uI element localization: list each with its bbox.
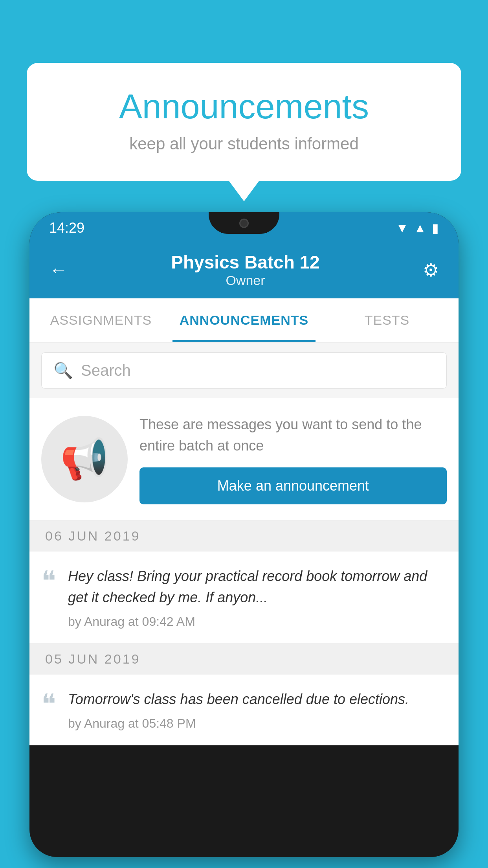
tab-assignments[interactable]: ASSIGNMENTS <box>29 298 172 342</box>
date-separator-2: 05 JUN 2019 <box>29 644 459 675</box>
header-center: Physics Batch 12 Owner <box>171 252 319 288</box>
signal-icon: ▲ <box>414 221 426 235</box>
announcement-item-2: ❝ Tomorrow's class has been cancelled du… <box>29 675 459 745</box>
tab-announcements[interactable]: ANNOUNCEMENTS <box>172 298 316 342</box>
camera <box>239 219 249 228</box>
search-icon: 🔍 <box>53 361 73 380</box>
quote-icon-2: ❝ <box>41 691 56 718</box>
back-button[interactable]: ← <box>49 259 68 281</box>
promo-description: These are messages you want to send to t… <box>139 414 447 456</box>
announcement-item-1: ❝ Hey class! Bring your practical record… <box>29 552 459 644</box>
status-bar: 14:29 ▼ ▲ ▮ <box>29 212 459 244</box>
status-time: 14:29 <box>49 220 84 236</box>
announcement-message-1: Hey class! Bring your practical record b… <box>68 566 447 608</box>
tab-tests[interactable]: TESTS <box>316 298 459 342</box>
announcement-promo: 📢 These are messages you want to send to… <box>29 398 459 520</box>
tabs-container: ASSIGNMENTS ANNOUNCEMENTS TESTS <box>29 298 459 343</box>
status-icons: ▼ ▲ ▮ <box>396 221 439 235</box>
phone-container: 14:29 ▼ ▲ ▮ ← Physics Batch 12 <box>29 212 459 868</box>
speech-bubble-title: Announcements <box>58 86 430 127</box>
make-announcement-button[interactable]: Make an announcement <box>139 467 447 504</box>
speech-bubble-container: Announcements keep all your students inf… <box>27 63 461 181</box>
date-separator-1: 06 JUN 2019 <box>29 520 459 552</box>
announcement-content-1: Hey class! Bring your practical record b… <box>68 566 447 629</box>
search-container: 🔍 Search <box>29 343 459 398</box>
app-header: ← Physics Batch 12 Owner ⚙ <box>29 244 459 298</box>
speech-bubble-subtitle: keep all your students informed <box>58 134 430 153</box>
megaphone-circle: 📢 <box>41 416 128 502</box>
megaphone-icon: 📢 <box>60 436 109 482</box>
quote-icon-1: ❝ <box>41 568 56 595</box>
phone-frame: 14:29 ▼ ▲ ▮ ← Physics Batch 12 <box>29 212 459 857</box>
announcement-meta-2: by Anurag at 05:48 PM <box>68 716 447 731</box>
promo-right: These are messages you want to send to t… <box>139 414 447 504</box>
speech-bubble: Announcements keep all your students inf… <box>27 63 461 181</box>
header-subtitle: Owner <box>171 273 319 288</box>
settings-icon[interactable]: ⚙ <box>423 259 439 281</box>
battery-icon: ▮ <box>432 221 439 235</box>
search-bar[interactable]: 🔍 Search <box>41 352 447 389</box>
header-title: Physics Batch 12 <box>171 252 319 273</box>
announcement-message-2: Tomorrow's class has been cancelled due … <box>68 689 447 710</box>
search-input[interactable]: Search <box>81 362 131 379</box>
wifi-icon: ▼ <box>396 221 409 235</box>
announcement-meta-1: by Anurag at 09:42 AM <box>68 614 447 629</box>
phone-notch <box>209 212 279 234</box>
announcement-content-2: Tomorrow's class has been cancelled due … <box>68 689 447 731</box>
